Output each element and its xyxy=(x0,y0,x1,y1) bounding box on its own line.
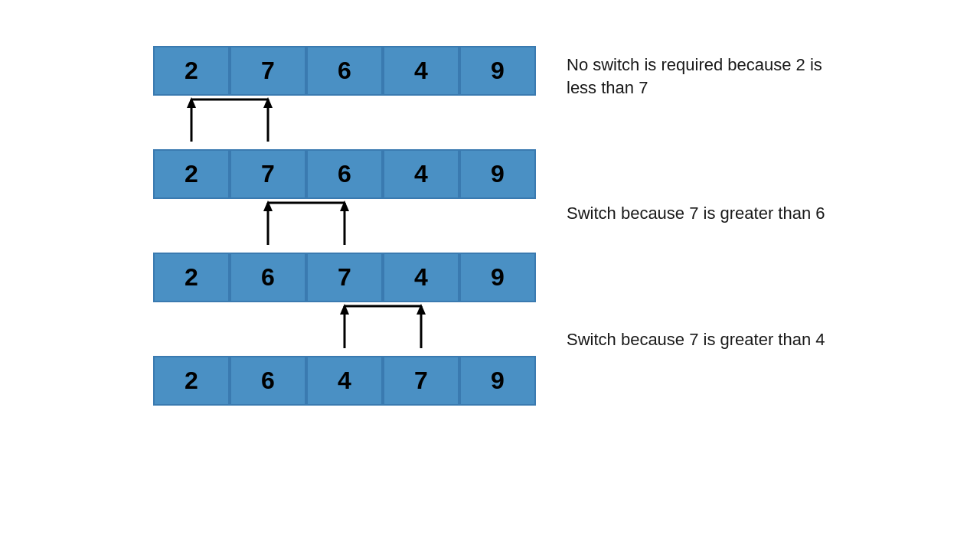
arrows-3-svg xyxy=(153,302,536,356)
descriptions-column: No switch is required because 2 is less … xyxy=(567,46,827,351)
arrow-gap-3 xyxy=(153,302,536,356)
description-2: Switch because 7 is greater than 6 xyxy=(567,202,827,225)
cell-r2-2: 6 xyxy=(306,149,383,199)
array-row-1: 2 7 6 4 9 xyxy=(153,46,536,96)
array-row-2: 2 7 6 4 9 xyxy=(153,149,536,199)
arrows-2-svg xyxy=(153,199,536,253)
cell-r4-0: 2 xyxy=(153,356,230,406)
spacer-2 xyxy=(567,225,827,328)
arrows-1-svg xyxy=(153,96,536,149)
spacer-1 xyxy=(567,99,827,202)
cell-r2-3: 4 xyxy=(383,149,459,199)
cell-r2-4: 9 xyxy=(459,149,536,199)
cell-r1-2: 6 xyxy=(306,46,383,96)
array-row-4: 2 6 4 7 9 xyxy=(153,356,536,406)
arrays-column: 2 7 6 4 9 2 7 xyxy=(153,46,536,406)
cell-r4-2: 4 xyxy=(306,356,383,406)
array-row-3: 2 6 7 4 9 xyxy=(153,253,536,302)
cell-r4-4: 9 xyxy=(459,356,536,406)
cell-r4-3: 7 xyxy=(383,356,459,406)
arrow-gap-2 xyxy=(153,199,536,253)
cell-r1-1: 7 xyxy=(230,46,306,96)
cell-r2-0: 2 xyxy=(153,149,230,199)
cell-r3-3: 4 xyxy=(383,253,459,302)
arrow-gap-1 xyxy=(153,96,536,149)
description-3: Switch because 7 is greater than 4 xyxy=(567,328,827,351)
cell-r3-1: 6 xyxy=(230,253,306,302)
main-container: 2 7 6 4 9 2 7 xyxy=(0,0,980,406)
cell-r2-1: 7 xyxy=(230,149,306,199)
cell-r3-4: 9 xyxy=(459,253,536,302)
cell-r4-1: 6 xyxy=(230,356,306,406)
description-1: No switch is required because 2 is less … xyxy=(567,54,827,99)
cell-r1-3: 4 xyxy=(383,46,459,96)
cell-r1-4: 9 xyxy=(459,46,536,96)
cell-r3-2: 7 xyxy=(306,253,383,302)
cell-r3-0: 2 xyxy=(153,253,230,302)
cell-r1-0: 2 xyxy=(153,46,230,96)
